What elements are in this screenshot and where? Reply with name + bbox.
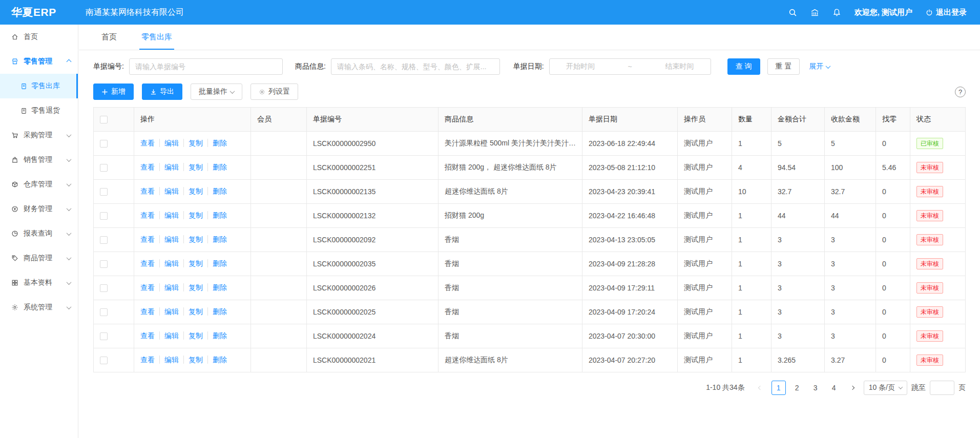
copy-link[interactable]: 复制 bbox=[183, 211, 203, 219]
delete-link[interactable]: 删除 bbox=[207, 283, 227, 291]
view-link[interactable]: 查看 bbox=[140, 331, 155, 340]
reset-button[interactable]: 重 置 bbox=[767, 58, 800, 75]
copy-link[interactable]: 复制 bbox=[183, 283, 203, 291]
column-settings-button[interactable]: 列设置 bbox=[251, 84, 298, 100]
sidebar-item-purchase[interactable]: 采购管理 bbox=[0, 123, 78, 148]
sidebar-item-reports[interactable]: 报表查询 bbox=[0, 221, 78, 246]
delete-link[interactable]: 删除 bbox=[207, 235, 227, 243]
delete-link[interactable]: 删除 bbox=[207, 163, 227, 171]
copy-link[interactable]: 复制 bbox=[183, 356, 203, 364]
select-all-checkbox[interactable] bbox=[100, 116, 108, 123]
date-range-input[interactable]: 开始时间 ~ 结束时间 bbox=[549, 58, 711, 75]
cell-operator: 测试用户 bbox=[678, 204, 732, 228]
row-checkbox[interactable] bbox=[100, 236, 108, 244]
cell-paid: 5 bbox=[825, 132, 876, 156]
batch-actions-button[interactable]: 批量操作 bbox=[191, 84, 242, 100]
row-checkbox[interactable] bbox=[100, 140, 108, 148]
expand-link[interactable]: 展开 bbox=[809, 62, 830, 71]
batch-actions-label: 批量操作 bbox=[199, 87, 227, 96]
edit-link[interactable]: 编辑 bbox=[159, 259, 179, 267]
sidebar-item-finance[interactable]: 财务管理 bbox=[0, 197, 78, 221]
view-link[interactable]: 查看 bbox=[140, 356, 155, 364]
sidebar-item-basedata[interactable]: 基本资料 bbox=[0, 270, 78, 295]
view-link[interactable]: 查看 bbox=[140, 259, 155, 267]
copy-link[interactable]: 复制 bbox=[183, 307, 203, 316]
cell-goods: 香烟 bbox=[439, 228, 582, 252]
export-button-label: 导出 bbox=[160, 87, 174, 96]
bell-icon[interactable] bbox=[832, 8, 841, 17]
page-button-2[interactable]: 2 bbox=[790, 381, 804, 395]
prev-page-button[interactable] bbox=[753, 381, 767, 395]
search-button[interactable]: 查 询 bbox=[727, 58, 760, 75]
edit-link[interactable]: 编辑 bbox=[159, 356, 179, 364]
sidebar-item-sales[interactable]: 销售管理 bbox=[0, 148, 78, 172]
edit-link[interactable]: 编辑 bbox=[159, 331, 179, 340]
copy-link[interactable]: 复制 bbox=[183, 331, 203, 340]
cell-bill-no: LSCK00000002021 bbox=[307, 348, 439, 372]
edit-link[interactable]: 编辑 bbox=[159, 307, 179, 316]
page-size-select[interactable]: 10 条/页 bbox=[864, 381, 907, 395]
delete-link[interactable]: 删除 bbox=[207, 356, 227, 364]
tab-retail-outbound[interactable]: 零售出库 bbox=[139, 26, 174, 50]
view-link[interactable]: 查看 bbox=[140, 187, 155, 195]
copy-link[interactable]: 复制 bbox=[183, 259, 203, 267]
page-button-1[interactable]: 1 bbox=[772, 381, 786, 395]
edit-link[interactable]: 编辑 bbox=[159, 139, 179, 147]
view-link[interactable]: 查看 bbox=[140, 163, 155, 171]
edit-link[interactable]: 编辑 bbox=[159, 235, 179, 243]
page-button-4[interactable]: 4 bbox=[827, 381, 841, 395]
edit-link[interactable]: 编辑 bbox=[159, 163, 179, 171]
view-link[interactable]: 查看 bbox=[140, 283, 155, 291]
row-checkbox[interactable] bbox=[100, 188, 108, 196]
delete-link[interactable]: 删除 bbox=[207, 211, 227, 219]
view-link[interactable]: 查看 bbox=[140, 307, 155, 316]
bank-icon[interactable] bbox=[810, 8, 819, 17]
row-checkbox[interactable] bbox=[100, 308, 108, 316]
next-page-button[interactable] bbox=[845, 381, 860, 395]
row-checkbox[interactable] bbox=[100, 332, 108, 340]
edit-link[interactable]: 编辑 bbox=[159, 187, 179, 195]
goods-info-input[interactable] bbox=[331, 58, 500, 75]
sidebar-item-system[interactable]: 系统管理 bbox=[0, 295, 78, 320]
tag-icon bbox=[11, 255, 18, 262]
edit-link[interactable]: 编辑 bbox=[159, 211, 179, 219]
sidebar-item-retail-outbound[interactable]: 零售出库 bbox=[0, 74, 78, 98]
page-button-3[interactable]: 3 bbox=[808, 381, 823, 395]
add-button[interactable]: 新增 bbox=[93, 84, 134, 100]
view-link[interactable]: 查看 bbox=[140, 211, 155, 219]
sidebar-item-home[interactable]: 首页 bbox=[0, 25, 78, 49]
cell-qty: 1 bbox=[732, 252, 772, 276]
delete-link[interactable]: 删除 bbox=[207, 187, 227, 195]
tab-home[interactable]: 首页 bbox=[99, 26, 119, 50]
help-icon[interactable]: ? bbox=[955, 87, 966, 97]
copy-link[interactable]: 复制 bbox=[183, 187, 203, 195]
view-link[interactable]: 查看 bbox=[140, 235, 155, 243]
delete-link[interactable]: 删除 bbox=[207, 331, 227, 340]
copy-link[interactable]: 复制 bbox=[183, 163, 203, 171]
row-actions: 查看编辑复制删除 bbox=[134, 180, 251, 204]
copy-link[interactable]: 复制 bbox=[183, 235, 203, 243]
row-checkbox[interactable] bbox=[100, 260, 108, 268]
jump-page-input[interactable] bbox=[930, 381, 954, 395]
bill-no-input[interactable] bbox=[129, 58, 283, 75]
view-link[interactable]: 查看 bbox=[140, 139, 155, 147]
delete-link[interactable]: 删除 bbox=[207, 307, 227, 316]
sidebar-item-retail-return[interactable]: 零售退货 bbox=[0, 98, 78, 123]
filter-bar: 单据编号: 商品信息: 单据日期: 开始时间 ~ 结束时间 查 询 重 置 展开 bbox=[93, 58, 966, 75]
edit-link[interactable]: 编辑 bbox=[159, 283, 179, 291]
delete-link[interactable]: 删除 bbox=[207, 259, 227, 267]
row-checkbox[interactable] bbox=[100, 284, 108, 292]
row-checkbox[interactable] bbox=[100, 164, 108, 172]
row-checkbox[interactable] bbox=[100, 357, 108, 364]
delete-link[interactable]: 删除 bbox=[207, 139, 227, 147]
cell-status: 未审核 bbox=[910, 276, 966, 300]
copy-link[interactable]: 复制 bbox=[183, 139, 203, 147]
export-button[interactable]: 导出 bbox=[142, 84, 182, 100]
sidebar-item-goods[interactable]: 商品管理 bbox=[0, 246, 78, 270]
sidebar-item-retail[interactable]: 零售管理 bbox=[0, 49, 78, 74]
logout-button[interactable]: 退出登录 bbox=[926, 8, 967, 17]
sidebar-item-warehouse[interactable]: 仓库管理 bbox=[0, 172, 78, 197]
search-icon[interactable] bbox=[788, 8, 797, 17]
row-checkbox[interactable] bbox=[100, 212, 108, 220]
bill-date-label: 单据日期: bbox=[513, 62, 544, 71]
